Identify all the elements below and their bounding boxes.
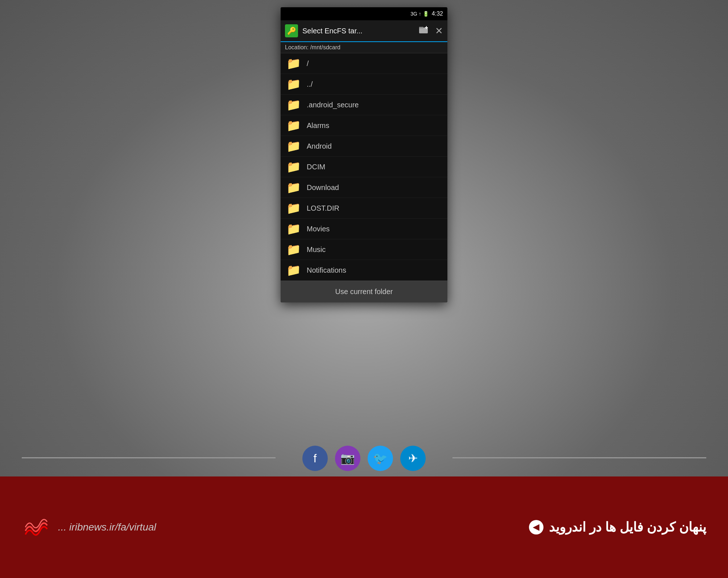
bottom-bar-url: ... iribnews.ir/fa/virtual [58,521,156,533]
folder-icon: 📁 [286,140,301,152]
folder-icon: 📁 [286,202,301,214]
time-display: 4:32 [432,11,443,17]
title-actions: ✕ [419,25,443,37]
new-folder-button[interactable] [419,25,429,36]
social-divider-right [452,457,706,458]
app-icon: 🔑 [285,24,298,37]
list-item[interactable]: 📁 DCIM [281,157,447,177]
title-bar: 🔑 Select EncFS tar... ✕ [281,20,447,42]
status-bar: 3G ↑ 🔋 4:32 [281,7,447,20]
folder-icon: 📁 [286,99,301,111]
signal-indicator: 3G ↑ 🔋 [410,11,429,17]
telegram-icon[interactable]: ✈ [400,446,426,471]
location-text: Location: /mnt/sdcard [285,44,340,50]
folder-icon: 📁 [286,58,301,69]
back-arrow-icon: ◀ [529,520,543,534]
social-icons-row: f 📷 🐦 ✈ [302,446,426,471]
bottom-bar: ... iribnews.ir/fa/virtual پنهان کردن فا… [0,476,728,578]
file-name: ../ [307,80,313,88]
list-item[interactable]: 📁 Music [281,239,447,260]
folder-icon: 📁 [286,78,301,90]
facebook-icon[interactable]: f [302,446,328,471]
close-button[interactable]: ✕ [435,25,443,37]
logo-icon [22,513,51,542]
svg-rect-2 [419,27,423,28]
file-list: 📁 / 📁 ../ 📁 .android_secure 📁 Alarms 📁 A… [281,53,447,281]
list-item[interactable]: 📁 Movies [281,219,447,239]
use-current-folder-button[interactable]: Use current folder [281,281,447,302]
phone-dialog: 3G ↑ 🔋 4:32 🔑 Select EncFS tar... ✕ [281,7,447,302]
app-icon-symbol: 🔑 [287,26,296,35]
file-name: LOST.DIR [307,204,339,212]
folder-icon: 📁 [286,120,301,131]
twitter-icon[interactable]: 🐦 [368,446,393,471]
list-item[interactable]: 📁 LOST.DIR [281,198,447,219]
arrow-symbol: ◀ [533,523,539,532]
dialog-title: Select EncFS tar... [302,27,415,35]
signal-icon: ↑ [419,11,421,17]
file-name: Download [307,183,339,192]
folder-icon: 📁 [286,223,301,235]
file-name: / [307,59,309,68]
telegram-symbol: ✈ [408,451,418,465]
list-item[interactable]: 📁 / [281,53,447,74]
list-item[interactable]: 📁 .android_secure [281,95,447,115]
list-item[interactable]: 📁 Alarms [281,115,447,136]
location-bar: Location: /mnt/sdcard [281,42,447,53]
bottom-bar-left: ... iribnews.ir/fa/virtual [22,513,156,542]
file-name: Android [307,142,332,150]
list-item[interactable]: 📁 Download [281,177,447,198]
twitter-symbol: 🐦 [373,451,388,465]
file-name: Alarms [307,121,329,130]
file-name: DCIM [307,163,325,171]
list-item[interactable]: 📁 Android [281,136,447,157]
bottom-bar-title-text: پنهان کردن فایل ها در اندروید [549,520,706,535]
signal-text: 3G [410,11,417,17]
file-name: Notifications [307,266,346,274]
folder-icon: 📁 [286,161,301,173]
list-item[interactable]: 📁 ../ [281,74,447,95]
folder-icon: 📁 [286,182,301,193]
file-name: Movies [307,225,330,233]
instagram-symbol: 📷 [340,451,355,465]
folder-icon: 📁 [286,244,301,255]
facebook-symbol: f [314,452,317,465]
bottom-bar-title-container: پنهان کردن فایل ها در اندروید ◀ [529,520,706,535]
social-divider-left [22,457,276,458]
folder-icon: 📁 [286,264,301,276]
file-name: Music [307,245,326,254]
battery-icon: 🔋 [423,11,429,17]
list-item[interactable]: 📁 Notifications [281,260,447,281]
instagram-icon[interactable]: 📷 [335,446,360,471]
file-name: .android_secure [307,101,359,109]
